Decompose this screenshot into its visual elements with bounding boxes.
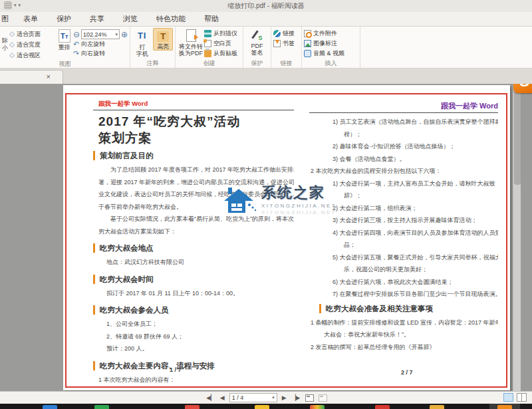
ribbon-group-link: 链接 书签 链接 (271, 27, 302, 68)
previous-view-icon[interactable] (305, 394, 314, 402)
heading-place: 吃穷大叔会地点 (93, 243, 294, 253)
pdf-sign-button[interactable]: PDF 签名 (246, 28, 269, 56)
attachment-icon (304, 30, 311, 37)
zoom-level-select[interactable]: 102.24% ▾ (81, 29, 120, 39)
body-line: 穷大叔会活动方案策划如下： (93, 225, 294, 238)
last-page-button[interactable]: ▕▶ (291, 393, 301, 402)
windows-taskbar (0, 404, 532, 409)
tab-help[interactable]: 帮助 (195, 12, 228, 26)
tab-form[interactable]: 表单 (14, 12, 47, 26)
watermark-house-icon (223, 185, 257, 217)
taskbar-app-icon[interactable] (43, 405, 57, 409)
header-rule (93, 110, 294, 110)
zoom-in-icon[interactable]: ⊕ (121, 30, 128, 39)
fit-width-button[interactable]: ◇ 适合宽度 (9, 40, 55, 49)
highlight-button[interactable]: T 高亮 (153, 28, 173, 51)
taskbar-app-icon[interactable] (255, 405, 269, 409)
page-navigation-bar: ◀▏ ◀ 1 / 4 ▾ ▶ ▕▶ (0, 391, 532, 404)
body-line: 1 条幅的制作：提前安排维修和设置 LED 宣传，内容暂定：2017 年新年吃穷 (309, 317, 498, 329)
page-number-input[interactable]: 1 / 4 ▾ (229, 393, 277, 402)
doc-brand-right: 跟我一起学 Word (309, 101, 498, 111)
scrollbar-thumb[interactable] (514, 85, 521, 185)
fit-page-button[interactable]: ◇ 适合页面 (9, 29, 55, 39)
clipboard-icon (204, 50, 211, 57)
group-label-create: 创建 (178, 59, 241, 68)
from-clipboard-button[interactable]: 从剪贴板 (204, 49, 237, 58)
vertical-scrollbar[interactable] (513, 84, 521, 391)
tab-browse[interactable]: 浏览 (114, 12, 147, 26)
list-line: 乐，祝愿公司的明天更加美好； (309, 263, 498, 276)
document-tab[interactable]: × (0, 70, 63, 84)
app-window: ▾ ▾ 缩放打印.pdf - 福昕阅读器 图 表单 保护 共享 浏览 特色功能 … (0, 0, 532, 409)
fit-page-icon: ◇ (9, 31, 15, 37)
page-dropdown-icon: ▾ (272, 394, 275, 402)
blank-page-icon (204, 40, 211, 47)
taskbar-app-icon[interactable] (185, 405, 200, 409)
document-viewport[interactable]: 跟我一起学 Word 2017 年“吃穷大叔”活动 策划方案 策划前言及目的 为… (0, 84, 532, 391)
close-tab-icon[interactable]: × (47, 72, 51, 81)
group-label-view: 视图 (2, 60, 128, 68)
list-line: 品； (309, 239, 498, 251)
taskbar-app-icon[interactable] (310, 405, 325, 409)
fit-visible-button[interactable]: ◇ 适合视区 (9, 51, 55, 60)
list-line: 5) 大会进行第五项，聚餐正式开始，引导大家共同举杯，祝福大家新年快 (309, 251, 498, 264)
heading-notes: 吃穷大叔会准备及相关注意事项 (319, 304, 498, 313)
rotate-right-icon: ↷ (73, 50, 79, 57)
single-page-view-button[interactable] (503, 393, 513, 402)
next-page-button[interactable]: ▶ (282, 393, 287, 402)
watermark-url-ghost: XITONGZHIJIA.NET (261, 209, 336, 215)
taskbar-app-icon[interactable] (94, 405, 109, 409)
taskbar-app-icon[interactable] (375, 405, 390, 409)
typewriter-icon: TI (138, 29, 147, 43)
previous-page-button[interactable]: ◀ (220, 393, 225, 402)
typewriter-button[interactable]: TI 打 字机 (132, 28, 152, 57)
title-bar: ▾ ▾ 缩放打印.pdf - 福昕阅读器 (0, 0, 532, 12)
list-line: 2 本次吃穷大叔会的流程安排分别包括以下六项： (309, 165, 498, 178)
page-number-right: 2 / 7 (401, 369, 413, 376)
tab-protect[interactable]: 保护 (47, 12, 80, 26)
list-line: 6) 大会进行第六项，恭祝此次大会圆满结束； (309, 276, 498, 289)
reflow-button[interactable]: TT 重排 (56, 28, 73, 51)
file-attachment-button[interactable]: 文件附件 (304, 29, 344, 38)
window-title: 缩放打印.pdf - 福昕阅读器 (0, 1, 532, 11)
actual-size-button-partial[interactable]: 际 小 (2, 28, 9, 52)
taskbar-app-icon[interactable] (430, 405, 444, 409)
link-button[interactable]: 链接 (273, 29, 295, 38)
taskbar-app-icon[interactable] (497, 405, 512, 409)
group-label-link: 链接 (273, 59, 299, 68)
bookmark-button[interactable]: 书签 (273, 39, 295, 48)
watermark: 系统之家 XITONGZHIJIA.NET XITONGZHIJIA.NET (223, 185, 386, 225)
rotate-left-icon: ↶ (73, 41, 79, 48)
audio-video-button[interactable]: 音频 & 视频 (304, 49, 344, 58)
reflow-icon: TT (59, 29, 70, 43)
next-view-icon[interactable] (319, 394, 327, 402)
ribbon-group-protect: PDF 签名 保护 (243, 27, 271, 68)
facing-page-view-button[interactable] (517, 393, 527, 402)
body-line: 2、特邀请 69 群伙伴 69 人； (93, 331, 294, 343)
floating-brand-logo[interactable]: S (513, 84, 532, 93)
list-line: 7) 在聚餐过程中安排娱乐节目各部门至少出一个节目现场表演。 (309, 288, 498, 301)
body-line: 地点：武汉幻方科技有限公司 (93, 256, 294, 269)
list-line: 3) 会餐（活动地点食堂）。 (309, 153, 498, 166)
tab-share[interactable]: 共享 (80, 12, 114, 26)
bookmark-icon (273, 40, 281, 47)
zoom-out-icon[interactable]: ⊖ (73, 30, 80, 39)
group-label-comment: 注释 (132, 59, 173, 68)
heading-content: 吃穷大叔会主要内容、流程与安排 (93, 361, 294, 370)
heading-intro: 策划前言及目的 (93, 151, 294, 160)
image-annotation-button[interactable]: 图像标注 (304, 39, 344, 48)
ribbon: 际 小 ◇ 适合页面 ◇ 适合宽度 ◇ 适合视区 (0, 27, 532, 68)
body-line: 1、公司全体员工； (93, 318, 294, 331)
body-line: 大叔会：恭祝大家新年快乐！”。 (309, 329, 498, 341)
tab-view-partial[interactable]: 图 (0, 12, 14, 26)
from-scanner-button[interactable]: 从扫描仪 (204, 29, 237, 38)
first-page-button[interactable]: ◀▏ (206, 393, 215, 402)
tab-features[interactable]: 特色功能 (147, 12, 195, 26)
rotate-left-button[interactable]: ↶ 向左旋转 (73, 40, 128, 49)
ribbon-group-insert: 文件附件 图像标注 音频 & 视频 插入 (302, 27, 360, 68)
blank-page-button[interactable]: 空白页 (204, 39, 237, 48)
body-line: 为了总结回顾 2017 年度各项工作，对 2017 年吃穷大叔工作做出安排和部 (93, 164, 294, 176)
rotate-right-button[interactable]: ↷ 向右旋转 (73, 49, 128, 58)
heading-time: 吃穷大叔会时间 (93, 275, 294, 284)
convert-to-pdf-button[interactable]: 将文件转 换为PDF (178, 28, 204, 57)
